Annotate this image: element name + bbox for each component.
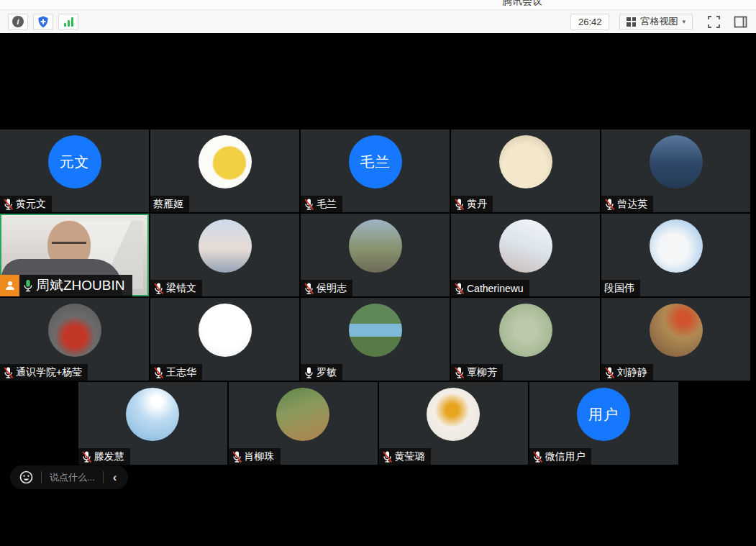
mic-muted-icon bbox=[604, 198, 615, 211]
host-badge-icon bbox=[0, 275, 19, 296]
label-main: 滕发慧 bbox=[78, 448, 130, 465]
signal-bars-icon bbox=[64, 17, 73, 27]
participant-tile[interactable]: 罗敏 bbox=[301, 298, 450, 381]
mic-muted-icon bbox=[232, 450, 242, 463]
label-main: 侯明志 bbox=[301, 280, 352, 296]
label-main: 罗敏 bbox=[301, 364, 342, 381]
participant-tile[interactable]: 段国伟 bbox=[601, 214, 750, 296]
participant-label: 覃柳芳 bbox=[451, 364, 503, 381]
chat-divider bbox=[103, 471, 104, 483]
lake-landscape-avatar bbox=[349, 304, 402, 357]
label-main: 微信用户 bbox=[529, 448, 591, 465]
mic-on-icon bbox=[304, 366, 314, 379]
participant-tile[interactable]: 滕发慧 bbox=[78, 382, 227, 465]
label-main: 黄莹璐 bbox=[379, 448, 431, 465]
participant-tile[interactable]: 侯明志 bbox=[301, 214, 450, 296]
label-main: 段国伟 bbox=[601, 280, 640, 296]
beach-family-avatar bbox=[650, 135, 703, 188]
chat-input-placeholder[interactable]: 说点什么... bbox=[50, 471, 95, 484]
window-title: 腾讯会议 bbox=[502, 0, 542, 8]
participant-label: 段国伟 bbox=[601, 280, 640, 296]
participant-name: 黄元文 bbox=[16, 198, 46, 211]
participant-name: 毛兰 bbox=[316, 198, 337, 211]
participant-label: 黄元文 bbox=[0, 196, 52, 212]
label-main: 黄元文 bbox=[0, 196, 52, 212]
collapse-chat-icon[interactable]: ‹ bbox=[111, 471, 119, 483]
participant-tile[interactable]: 周斌ZHOUBIN bbox=[0, 214, 149, 296]
participant-name: 曾达英 bbox=[617, 198, 647, 211]
participant-name: 侯明志 bbox=[316, 282, 347, 295]
girl-photo-avatar bbox=[499, 219, 552, 273]
info-icon: i bbox=[12, 16, 24, 27]
participant-label: 肖柳珠 bbox=[229, 448, 281, 465]
chat-quick-bar: 说点什么... ‹ bbox=[10, 465, 128, 489]
participant-tile[interactable]: 刘静静 bbox=[601, 298, 750, 381]
label-main: 周斌ZHOUBIN bbox=[19, 275, 132, 296]
participant-label: 蔡雁姬 bbox=[150, 196, 189, 212]
participant-tile[interactable]: 王志华 bbox=[150, 298, 299, 381]
initials-avatar: 用户 bbox=[577, 388, 630, 441]
meeting-info-button[interactable]: i bbox=[8, 14, 28, 30]
mic-muted-icon bbox=[604, 366, 615, 379]
sunflower-bouquet-avatar bbox=[427, 388, 480, 441]
avatar-initials: 用户 bbox=[588, 405, 619, 424]
participant-name: 王志华 bbox=[166, 366, 196, 379]
grid-row: 通识学院+杨莹 bbox=[0, 298, 756, 381]
plants-and-cat-avatar bbox=[276, 388, 329, 441]
participant-name: 梁错文 bbox=[166, 282, 196, 295]
participant-tile[interactable]: 覃柳芳 bbox=[451, 298, 600, 381]
emoji-button[interactable] bbox=[19, 470, 33, 484]
label-main: 通识学院+杨莹 bbox=[0, 364, 88, 381]
fullscreen-button[interactable] bbox=[706, 14, 721, 29]
avatar-initials: 元文 bbox=[60, 153, 90, 172]
participant-name: 段国伟 bbox=[604, 282, 634, 295]
label-main: 王志华 bbox=[150, 364, 202, 381]
meeting-toolbar: i 26:42 宫格视图 ▾ bbox=[0, 10, 756, 33]
participant-tile[interactable]: 黄莹璐 bbox=[379, 382, 528, 465]
label-main: 蔡雁姬 bbox=[150, 196, 189, 212]
participant-label: 罗敏 bbox=[301, 364, 342, 381]
participant-label: 滕发慧 bbox=[78, 448, 130, 465]
view-mode-dropdown[interactable]: 宫格视图 ▾ bbox=[619, 14, 693, 30]
participant-label: 刘静静 bbox=[601, 364, 653, 381]
participant-tile[interactable]: 肖柳珠 bbox=[229, 382, 378, 465]
participant-label: Catherinewu bbox=[451, 280, 529, 296]
shield-plus-icon bbox=[37, 16, 49, 28]
network-quality-button[interactable] bbox=[58, 14, 78, 30]
participant-tile[interactable]: 通识学院+杨莹 bbox=[0, 298, 149, 381]
participant-label: 微信用户 bbox=[529, 448, 591, 465]
label-main: 曾达英 bbox=[601, 196, 653, 212]
chat-divider bbox=[41, 471, 42, 483]
participant-tile[interactable]: 曾达英 bbox=[601, 129, 750, 212]
meeting-timer: 26:42 bbox=[570, 14, 610, 30]
participant-tile[interactable]: 元文 bbox=[0, 129, 149, 212]
participant-tile[interactable]: 用户 bbox=[529, 382, 678, 465]
label-main: 刘静静 bbox=[601, 364, 653, 381]
participant-tile[interactable]: Catherinewu bbox=[451, 214, 600, 296]
label-main: 梁错文 bbox=[150, 280, 202, 296]
horse-on-beach-avatar bbox=[199, 219, 252, 273]
label-main: 毛兰 bbox=[301, 196, 342, 212]
mic-muted-icon bbox=[153, 366, 164, 379]
participant-label: 梁错文 bbox=[150, 280, 202, 296]
participant-tile[interactable]: 蔡雁姬 bbox=[150, 129, 299, 212]
avatar-initials: 毛兰 bbox=[360, 153, 391, 172]
hamster-avatar bbox=[499, 135, 552, 188]
mic-muted-icon bbox=[3, 198, 14, 211]
view-mode-label: 宫格视图 bbox=[640, 15, 678, 28]
mic-muted-icon bbox=[153, 282, 164, 295]
participant-label: 曾达英 bbox=[601, 196, 653, 212]
initials-avatar: 毛兰 bbox=[349, 135, 402, 188]
participant-name: 周斌ZHOUBIN bbox=[36, 276, 125, 295]
flower-girl-cartoon-avatar bbox=[650, 304, 703, 357]
mic-muted-icon bbox=[454, 366, 465, 379]
security-button[interactable] bbox=[33, 14, 53, 30]
participant-tile[interactable]: 梁错文 bbox=[150, 214, 299, 296]
side-panel-button[interactable] bbox=[732, 14, 748, 29]
participant-name: Catherinewu bbox=[467, 283, 524, 294]
participant-tile[interactable]: 黄丹 bbox=[451, 129, 600, 212]
mic-muted-icon bbox=[304, 198, 314, 211]
participant-tile[interactable]: 毛兰 bbox=[301, 129, 450, 212]
grid-row: 滕发慧 bbox=[0, 382, 756, 465]
label-main: 肖柳珠 bbox=[229, 448, 281, 465]
